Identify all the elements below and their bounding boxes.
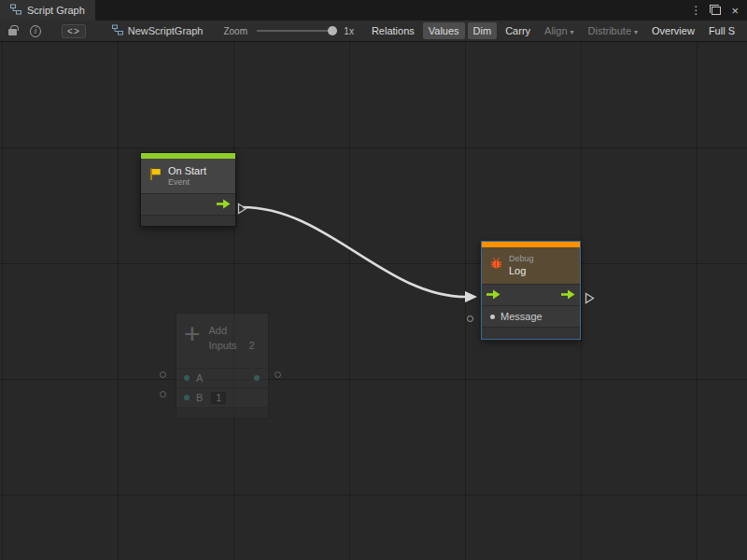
toolbar-button-dim[interactable]: Dim (468, 22, 498, 39)
on-start-footer (141, 215, 235, 226)
toolbar-button-align[interactable]: Align▾ (539, 22, 579, 39)
toolbar-button-distribute[interactable]: Distribute▾ (583, 22, 643, 39)
graph-name-group[interactable]: NewScriptGraph (112, 24, 204, 37)
script-graph-window: Script Graph ⋮ × i <> NewScriptGraph Zoo… (0, 0, 747, 560)
plus-icon: + (184, 322, 201, 346)
node-title: On Start (168, 164, 206, 177)
tab-title: Script Graph (27, 5, 85, 16)
close-icon[interactable]: × (731, 4, 739, 18)
value-port-dot[interactable] (184, 395, 190, 400)
message-port-dot[interactable] (490, 315, 495, 319)
graph-name-label: NewScriptGraph (128, 25, 204, 36)
ghost-port-output[interactable] (275, 371, 281, 378)
node-category: Debug (509, 254, 534, 264)
node-title: Log (509, 264, 534, 277)
maximize-icon[interactable] (712, 7, 721, 15)
info-icon[interactable]: i (30, 25, 41, 37)
edit-script-icon[interactable]: <> (62, 24, 86, 38)
ghost-port-a-input[interactable] (160, 371, 166, 378)
add-inputs-row-a[interactable]: A (176, 368, 268, 387)
on-start-header[interactable]: On Start Event (141, 159, 235, 193)
lock-icon[interactable] (8, 29, 17, 35)
distribute-label: Distribute (588, 25, 631, 36)
add-inputs-count: 2 (249, 339, 255, 354)
node-subtitle: Event (168, 177, 206, 188)
zoom-slider[interactable] (257, 30, 336, 32)
add-inputs-header: + Add Inputs 2 (176, 314, 268, 368)
align-label: Align (544, 25, 567, 36)
chevron-down-icon: ▾ (634, 28, 638, 36)
toolbar-button-values[interactable]: Values (423, 22, 465, 39)
port-b-value-field[interactable]: 1 (211, 392, 226, 404)
debug-message-input-port[interactable] (467, 315, 473, 322)
node-debug-log[interactable]: Debug Log (481, 241, 581, 340)
tab-script-graph[interactable]: Script Graph (0, 0, 95, 21)
bug-icon (489, 257, 503, 274)
add-inputs-title-line2: Inputs (209, 339, 237, 354)
zoom-slider-handle[interactable] (328, 26, 337, 35)
window-menu-icon[interactable]: ⋮ (690, 4, 701, 17)
script-graph-icon (10, 4, 21, 17)
titlebar: Script Graph ⋮ × (0, 0, 747, 21)
on-start-output-port[interactable] (237, 202, 247, 218)
zoom-label: Zoom (223, 26, 247, 36)
debug-footer (482, 327, 580, 339)
port-a-label: A (196, 372, 203, 384)
flow-arrow-icon[interactable] (217, 196, 231, 213)
add-inputs-title-line1: Add (209, 324, 255, 339)
on-start-output-row[interactable] (141, 193, 235, 215)
value-port-dot-out[interactable] (254, 375, 260, 381)
flow-arrow-out-icon[interactable] (561, 287, 575, 303)
toolbar-button-carry[interactable]: Carry (500, 22, 536, 39)
flow-arrow-in-icon[interactable] (486, 287, 500, 303)
ghost-port-b-input[interactable] (160, 391, 166, 398)
value-port-dot[interactable] (184, 375, 190, 381)
graph-file-icon (112, 24, 123, 37)
debug-output-port[interactable] (585, 291, 595, 308)
node-add-inputs-ghost[interactable]: + Add Inputs 2 A B 1 (176, 313, 269, 419)
debug-header[interactable]: Debug Log (482, 247, 580, 284)
toolbar-button-fullscreen[interactable]: Full S (703, 22, 740, 39)
zoom-value: 1x (344, 26, 354, 36)
node-on-start[interactable]: On Start Event (140, 152, 236, 227)
connection-wire (0, 42, 747, 560)
flag-icon (148, 167, 162, 185)
add-inputs-row-b[interactable]: B 1 (176, 387, 268, 407)
debug-flow-row[interactable] (482, 284, 580, 305)
debug-message-row[interactable]: Message (482, 305, 580, 327)
toolbar-button-relations[interactable]: Relations (366, 22, 420, 39)
graph-toolbar: i <> NewScriptGraph Zoom 1x Relations Va… (0, 21, 747, 42)
port-b-label: B (196, 392, 203, 403)
add-inputs-footer (176, 407, 268, 418)
message-port-label: Message (500, 311, 543, 322)
toolbar-button-overview[interactable]: Overview (646, 22, 700, 39)
graph-canvas[interactable]: On Start Event (0, 42, 747, 560)
window-controls: ⋮ × (682, 0, 747, 21)
chevron-down-icon: ▾ (571, 28, 574, 36)
